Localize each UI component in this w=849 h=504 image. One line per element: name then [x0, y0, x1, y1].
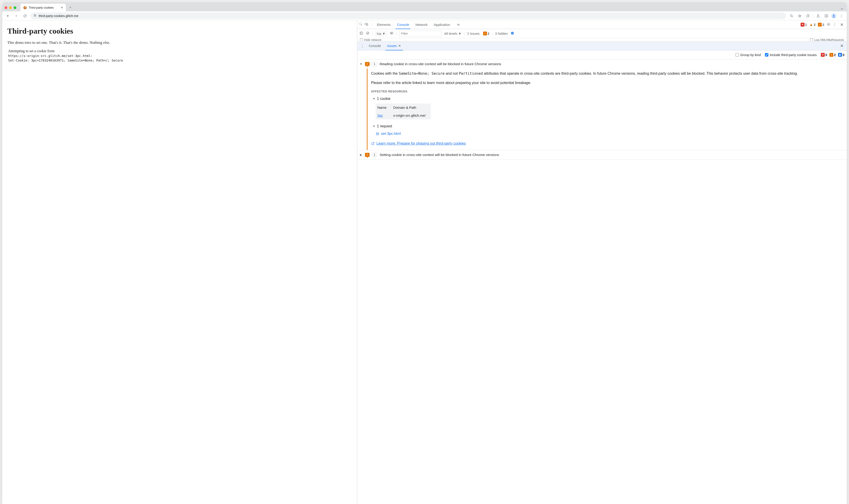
arrow-right-icon [15, 14, 18, 18]
learn-more-link[interactable]: Learn more: Prepare for phasing out thir… [376, 141, 466, 146]
issues-warning-count: !2 [830, 53, 836, 57]
tab-application[interactable]: Application [431, 20, 453, 29]
toolbar-actions [788, 13, 845, 19]
svg-point-2 [34, 16, 35, 16]
svg-rect-4 [825, 15, 828, 17]
reload-icon [23, 14, 27, 18]
browser-tabstrip: 🍪 Third-party cookies ✕ ＋ [2, 2, 847, 11]
minimize-window-button[interactable] [9, 6, 12, 9]
cookie-attempt-block: Attempting to set a cookie from https://… [7, 49, 352, 62]
profile-button[interactable] [831, 13, 836, 18]
close-tab-icon[interactable]: ✕ [60, 6, 63, 9]
magnifier-icon [790, 14, 793, 18]
devtools-settings-button[interactable] [827, 22, 831, 27]
arrow-left-icon [6, 14, 10, 18]
console-sidebar-toggle[interactable] [359, 31, 363, 36]
page-intro: This demo tries to set one. That's it. T… [7, 40, 352, 45]
page-content: Third-party cookies This demo tries to s… [2, 20, 357, 504]
error-count[interactable]: ✕1 [801, 23, 807, 26]
live-expression-button[interactable] [390, 31, 393, 36]
tab-network[interactable]: Network [413, 20, 430, 29]
drawer-tab-console[interactable]: Console [366, 41, 384, 50]
close-window-button[interactable] [4, 6, 7, 9]
hidden-count[interactable]: 3 hidden [495, 32, 508, 35]
new-tab-button[interactable]: ＋ [67, 4, 74, 11]
include-3pc-checkbox[interactable]: Include third-party cookie issues [765, 53, 817, 57]
double-chevron-icon [456, 23, 460, 27]
site-settings-icon[interactable] [33, 14, 37, 18]
inspect-icon [359, 22, 363, 26]
back-button[interactable] [4, 13, 11, 19]
tab-console[interactable]: Console [394, 20, 412, 29]
affected-resources-heading: AFFECTED RESOURCES [371, 89, 843, 94]
svg-point-15 [834, 25, 835, 26]
warning-triangle-count[interactable]: ▲2 [809, 23, 816, 26]
device-toggle-button[interactable] [365, 22, 368, 27]
sidepanel-button[interactable] [823, 13, 830, 19]
set-cookie-header: Set-Cookie: 3pc=1703240163971; SameSite=… [8, 58, 352, 62]
group-by-kind-checkbox[interactable]: Group by kind [736, 53, 761, 57]
drawer-tab-issues[interactable]: Issues✕ [385, 41, 404, 50]
request-icon [376, 132, 379, 136]
issue-item: ▼ ! 1 Reading cookie in cross-site conte… [357, 59, 847, 150]
maximize-window-button[interactable] [14, 6, 16, 9]
clear-console-button[interactable] [366, 31, 370, 36]
star-icon [798, 14, 801, 18]
log-xhr-checkbox[interactable] [810, 38, 813, 41]
issue-item: ▶ ! 1 Setting cookie in cross-site conte… [357, 150, 847, 160]
svg-point-18 [391, 33, 392, 34]
reload-button[interactable] [22, 13, 28, 19]
forward-button[interactable] [13, 13, 19, 19]
issue-header[interactable]: ▶ ! 1 Setting cookie in cross-site conte… [357, 150, 847, 159]
devtools-menu-button[interactable] [833, 22, 836, 27]
tab-elements[interactable]: Elements [374, 20, 393, 29]
devtools-close-button[interactable]: ✕ [839, 22, 845, 27]
drawer-menu-button[interactable]: ⋮ [359, 44, 365, 48]
issue-detail: Cookies with the SameSite=None; Secure a… [367, 69, 847, 150]
issue-title: Reading cookie in cross-site context wil… [380, 62, 501, 66]
address-bar[interactable]: third-party-cookies.glitch.me [31, 13, 786, 19]
url-text: third-party-cookies.glitch.me [39, 14, 78, 18]
devtools-tabs: Elements Console Network Application ✕1 … [357, 20, 847, 29]
svg-point-0 [34, 15, 35, 15]
tab-overflow-button[interactable] [839, 6, 845, 11]
svg-point-13 [834, 23, 835, 23]
filter-input[interactable] [399, 31, 442, 37]
close-issues-tab[interactable]: ✕ [398, 44, 401, 48]
eye-icon [390, 31, 393, 35]
request-link[interactable]: set-3pc.html [381, 131, 401, 137]
kebab-icon [833, 22, 836, 26]
devices-icon [365, 22, 368, 26]
inspect-element-button[interactable] [359, 22, 363, 27]
gear-icon [827, 22, 831, 26]
cookie-group-toggle[interactable]: ▼ 1 cookie [372, 96, 843, 102]
cookie-name-link[interactable]: 3pc [377, 113, 383, 118]
context-selector[interactable]: top ▼ [375, 31, 387, 36]
clear-icon [366, 31, 370, 35]
svg-point-8 [841, 17, 842, 17]
bookmark-button[interactable] [797, 13, 803, 19]
expand-icon: ▼ [372, 124, 376, 128]
flask-icon [816, 14, 820, 18]
warning-count[interactable]: !2 [818, 23, 824, 26]
warning-box-icon: ! [830, 53, 833, 57]
tab-overflow[interactable] [454, 20, 463, 29]
levels-selector[interactable]: All levels ▼ [444, 32, 461, 35]
drawer-close-button[interactable]: ✕ [839, 43, 845, 48]
browser-tab[interactable]: 🍪 Third-party cookies ✕ [20, 4, 66, 11]
expand-icon: ▶ [359, 153, 363, 157]
request-group-toggle[interactable]: ▼ 1 request [372, 124, 843, 129]
extensions-button[interactable] [805, 13, 811, 19]
issue-body-p2: Please refer to the article linked to le… [371, 80, 843, 86]
svg-point-6 [841, 15, 842, 15]
hide-network-checkbox[interactable] [360, 38, 363, 41]
issues-count-badge[interactable]: !2 [483, 32, 490, 35]
labs-button[interactable] [815, 13, 821, 19]
svg-point-3 [791, 15, 792, 16]
zoom-button[interactable] [788, 13, 795, 19]
devtools-panel: Elements Console Network Application ✕1 … [357, 20, 847, 504]
console-settings-button[interactable] [510, 31, 514, 36]
browser-menu-button[interactable] [838, 13, 845, 19]
issue-header[interactable]: ▼ ! 1 Reading cookie in cross-site conte… [357, 59, 847, 69]
browser-toolbar: third-party-cookies.glitch.me [2, 11, 847, 20]
